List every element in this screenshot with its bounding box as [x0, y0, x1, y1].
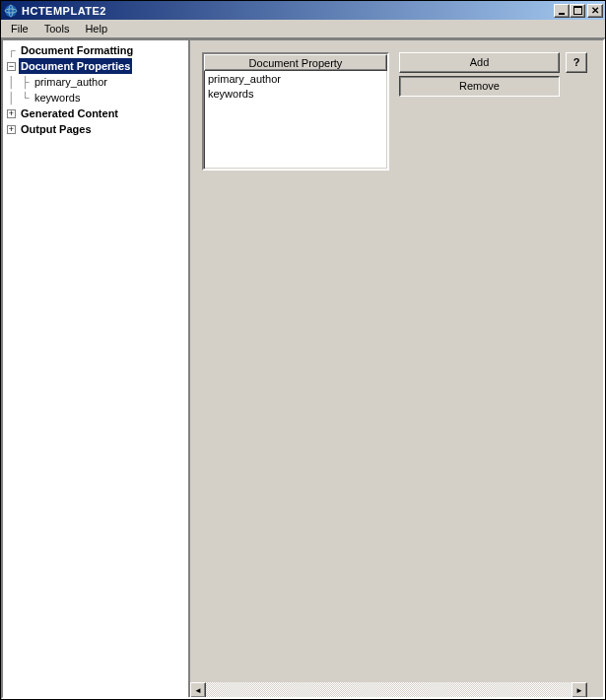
- tree-item-output-pages[interactable]: + Output Pages: [5, 121, 188, 137]
- titlebar[interactable]: HCTEMPLATE2 ✕: [1, 1, 605, 20]
- horizontal-scrollbar[interactable]: ◄ ►: [190, 681, 603, 697]
- expand-icon[interactable]: +: [7, 109, 16, 118]
- menubar: File Tools Help: [1, 20, 605, 38]
- svg-point-0: [5, 5, 17, 17]
- content-pane: Document Property primary_author keyword…: [190, 40, 603, 697]
- client-area: ┌ Document Formatting − Document Propert…: [1, 38, 605, 699]
- add-button[interactable]: Add: [399, 52, 560, 73]
- window-title: HCTEMPLATE2: [22, 5, 554, 17]
- tree-item-generated-content[interactable]: + Generated Content: [5, 105, 188, 121]
- app-window: HCTEMPLATE2 ✕ File Tools Help ┌ Document…: [0, 0, 606, 700]
- tree-label: Document Properties: [19, 58, 132, 74]
- button-column: Add ? Remove: [399, 52, 587, 97]
- tree-connector: ├: [19, 74, 33, 90]
- tree-label: Document Formatting: [19, 42, 135, 58]
- button-row: Add ?: [399, 52, 587, 73]
- list-item[interactable]: primary_author: [204, 71, 387, 86]
- window-controls: ✕: [554, 4, 603, 18]
- list-header[interactable]: Document Property: [204, 54, 387, 71]
- app-icon: [3, 3, 19, 19]
- tree-item-primary-author[interactable]: │ ├ primary_author: [5, 74, 188, 90]
- help-button[interactable]: ?: [566, 52, 587, 73]
- scroll-left-button[interactable]: ◄: [190, 682, 206, 698]
- tree-connector: └: [19, 90, 33, 105]
- expand-icon[interactable]: +: [7, 125, 16, 134]
- arrow-right-icon: ►: [575, 686, 583, 695]
- scroll-right-button[interactable]: ►: [572, 682, 587, 698]
- tree-label: primary_author: [33, 74, 109, 90]
- tree-item-document-properties[interactable]: − Document Properties: [5, 58, 188, 74]
- menu-tools[interactable]: Tools: [36, 21, 78, 36]
- tree-connector: │: [5, 90, 19, 105]
- close-button[interactable]: ✕: [587, 4, 603, 18]
- scroll-track[interactable]: [206, 682, 572, 697]
- property-list[interactable]: Document Property primary_author keyword…: [202, 52, 389, 171]
- tree-item-document-formatting[interactable]: ┌ Document Formatting: [5, 42, 188, 58]
- tree-label: Output Pages: [19, 121, 94, 137]
- list-item[interactable]: keywords: [204, 86, 387, 101]
- tree-label: keywords: [33, 90, 82, 105]
- remove-button[interactable]: Remove: [399, 76, 560, 97]
- minimize-button[interactable]: [554, 4, 570, 18]
- collapse-icon[interactable]: −: [7, 62, 16, 71]
- tree-label: Generated Content: [19, 105, 120, 121]
- tree-pane[interactable]: ┌ Document Formatting − Document Propert…: [3, 40, 190, 697]
- menu-help[interactable]: Help: [77, 21, 115, 36]
- tree-connector: ┌: [5, 42, 19, 58]
- menu-file[interactable]: File: [3, 21, 36, 36]
- content-body: Document Property primary_author keyword…: [190, 40, 603, 681]
- scroll-corner: [587, 682, 603, 698]
- tree-connector: │: [5, 74, 19, 90]
- arrow-left-icon: ◄: [194, 686, 202, 695]
- maximize-button[interactable]: [570, 4, 585, 18]
- tree-item-keywords[interactable]: │ └ keywords: [5, 90, 188, 105]
